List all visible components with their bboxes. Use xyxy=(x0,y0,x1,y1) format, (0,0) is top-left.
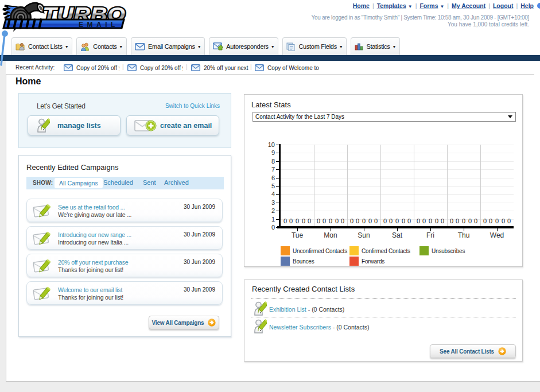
svg-text:EMAIL: EMAIL xyxy=(79,21,119,29)
